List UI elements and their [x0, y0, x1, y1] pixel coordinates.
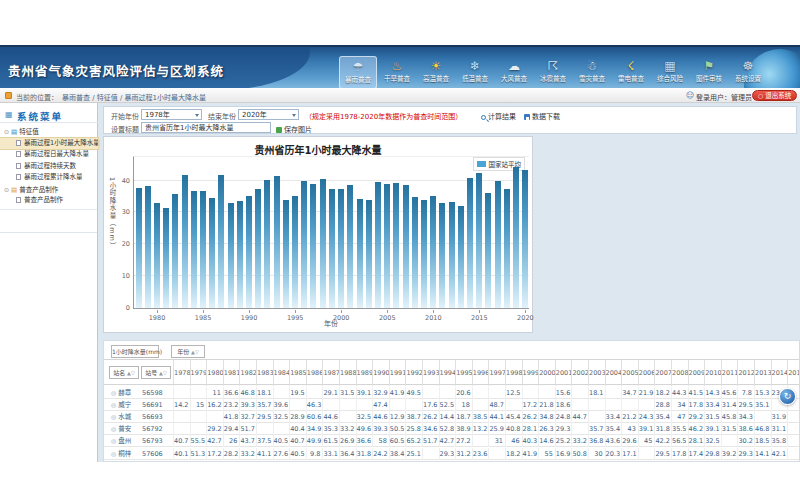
- value-cell-桐梓-2007: 29.5: [654, 448, 671, 460]
- row-expand-icon[interactable]: ◎: [111, 401, 116, 408]
- value-cell-赫章-1993: [422, 387, 439, 399]
- value-cell-威宁-1993: 17.6: [422, 399, 439, 411]
- bar-1983: [182, 175, 188, 308]
- bar-1987: [218, 175, 224, 308]
- refresh-float-button[interactable]: ↻: [779, 388, 796, 405]
- value-cell-赫章-2002: [571, 387, 588, 399]
- sidebar-item-暴雨过程1小时最大降水量[interactable]: 暴雨过程1小时最大降水量: [0, 138, 98, 150]
- value-cell-盘州-1992: 65.2: [405, 435, 422, 447]
- page-icon: [16, 197, 21, 203]
- range-note: （规定采用1978-2020年数据作为普查时间范围）: [305, 111, 462, 121]
- value-cell-盘州-1988: 26.9: [339, 435, 356, 447]
- 系统设置-icon: ☸: [729, 56, 767, 75]
- nav-item-低温普查[interactable]: ❄低温普查: [456, 56, 494, 88]
- year-field-box[interactable]: 年份 ▲▽: [171, 345, 205, 358]
- value-cell-威宁-1984: 39.6: [273, 399, 290, 411]
- value-cell-普安-2011: 31.5: [721, 423, 738, 435]
- year-column-header-1982: 1982: [239, 360, 256, 386]
- station-no-field-box[interactable]: 站号 ▲▽: [141, 366, 171, 379]
- end-year-select[interactable]: 2020年: [238, 109, 299, 120]
- station-name: 水城: [118, 413, 131, 421]
- sidebar-item-暴雨过程日最大降水量[interactable]: 暴雨过程日最大降水量: [0, 149, 98, 161]
- nav-item-图件审核[interactable]: ⚑图件审核: [690, 56, 728, 88]
- row-expand-icon[interactable]: ◎: [111, 425, 116, 432]
- save-image-button[interactable]: 保存图片: [276, 124, 312, 134]
- value-cell-赫章-1999: [522, 387, 539, 399]
- tree-toggle-icon[interactable]: ⊙: [4, 186, 9, 193]
- bar-1990: [246, 196, 252, 308]
- value-cell-赫章-1989: 39.1: [356, 387, 373, 399]
- page-icon: [16, 163, 21, 169]
- logout-button[interactable]: ○退出系统: [752, 90, 797, 101]
- nav-item-干旱普查[interactable]: ♨干旱普查: [378, 56, 416, 88]
- sort-desc-icon[interactable]: ▽: [131, 370, 135, 376]
- value-cell-水城-2002: 44.7: [571, 411, 588, 423]
- station-name-field-box[interactable]: 站名 ▲▽: [109, 366, 139, 379]
- value-cell-桐梓-1990: 24.2: [372, 448, 389, 460]
- nav-item-系统设置[interactable]: ☸系统设置: [729, 56, 767, 88]
- value-cell-普安-2007: 31.8: [654, 423, 671, 435]
- x-tickmark-2010: [433, 310, 434, 313]
- value-cell-威宁-1985: [289, 399, 306, 411]
- value-cell-桐梓-2004: 20.3: [605, 448, 622, 460]
- value-cell-水城-1985: 28.9: [289, 411, 306, 423]
- value-cell-水城-1988: [339, 411, 356, 423]
- value-cell-盘州-2002: 33.2: [571, 435, 588, 447]
- chart-panel: 贵州省历年1小时最大降水量 国家站平均 1小时降水量（mm） 010203040…: [103, 136, 533, 333]
- value-cell-桐梓-2010: 29.8: [704, 448, 721, 460]
- value-cell-赫章-2007: 18.2: [654, 387, 671, 399]
- nav-item-暴雨普查[interactable]: ☂暴雨普查: [339, 56, 377, 88]
- bar-1985: [200, 191, 206, 308]
- value-cell-水城-1991: 12.9: [389, 411, 406, 423]
- station-name-label: 站名: [113, 369, 125, 376]
- value-cell-普安-2004: 35.4: [605, 423, 622, 435]
- value-cell-水城-1986: 60.6: [306, 411, 323, 423]
- menu-icon: ▦: [5, 110, 13, 119]
- start-year-select[interactable]: 1978年: [141, 109, 202, 120]
- sidebar-divider-2: [0, 232, 97, 233]
- value-cell-赫章-1984: [273, 387, 290, 399]
- page-icon: [16, 174, 21, 180]
- value-cell-盘州-1990: 58: [372, 435, 389, 447]
- year-column-header-2001: 2001: [555, 360, 572, 386]
- row-expand-icon[interactable]: ◎: [111, 389, 116, 396]
- sidebar-item-普查产品制作[interactable]: 普查产品制作: [0, 195, 98, 207]
- nav-item-高温普查[interactable]: ☀高温普查: [417, 56, 455, 88]
- sort-desc-icon[interactable]: ▽: [195, 349, 199, 355]
- sidebar-item-label: 暴雨过程累计降水量: [24, 173, 83, 181]
- row-expand-icon[interactable]: ◎: [111, 450, 116, 457]
- bar-2000: [338, 189, 344, 308]
- row-expand-icon[interactable]: ◎: [111, 413, 116, 420]
- x-axis-label: 年份: [133, 318, 529, 328]
- sort-desc-icon[interactable]: ▽: [163, 370, 167, 376]
- nav-item-大风普查[interactable]: ☁大风普查: [495, 56, 533, 88]
- value-cell-盘州-1982: 43.7: [239, 435, 256, 447]
- nav-item-雷电普查[interactable]: ☇雷电普查: [612, 56, 650, 88]
- sidebar-item-暴雨过程累计降水量[interactable]: 暴雨过程累计降水量: [0, 172, 98, 184]
- sidebar-item-普查产品制作[interactable]: ⊙▤普查产品制作: [0, 184, 98, 196]
- value-cell-普安-1982: 51.7: [239, 423, 256, 435]
- value-cell-赫章-1987: 29.1: [322, 387, 339, 399]
- end-year-label: 结束年份: [208, 111, 236, 121]
- chart-title-input[interactable]: 贵州省历年1小时最大降水量: [141, 122, 271, 133]
- value-cell-赫章-1986: [306, 387, 323, 399]
- breadcrumb[interactable]: 暴雨普查 / 特征值 / 暴雨过程1小时最大降水量: [62, 92, 206, 102]
- sidebar-item-特征值[interactable]: ⊙▤特征值: [0, 126, 98, 138]
- calc-result-button[interactable]: 计算结果: [481, 111, 516, 121]
- nav-item-冰雹普查[interactable]: ☈冰雹普查: [534, 56, 572, 88]
- tree-toggle-icon[interactable]: ⊙: [4, 128, 9, 135]
- value-cell-普安-2014: 31.1: [771, 423, 788, 435]
- nav-item-雪灾普查[interactable]: ☃雪灾普查: [573, 56, 611, 88]
- value-cell-威宁-2013: 35.1: [754, 399, 771, 411]
- value-cell-普安-1983: [256, 423, 273, 435]
- sidebar-item-暴雨过程持续天数[interactable]: 暴雨过程持续天数: [0, 161, 98, 173]
- nav-item-label: 图件审核: [690, 75, 728, 84]
- row-expand-icon[interactable]: ◎: [111, 437, 116, 444]
- data-download-button[interactable]: 数据下载: [524, 111, 560, 121]
- measure-field-box[interactable]: 1小时降水量(mm): [111, 345, 159, 358]
- bar-1986: [209, 198, 215, 308]
- value-cell-赫章-1980: 11: [206, 387, 223, 399]
- nav-item-综合风险[interactable]: ▦综合风险: [651, 56, 689, 88]
- value-cell-桐梓-1978: 40.1: [173, 448, 190, 460]
- value-cell-桐梓-1989: 31.8: [356, 448, 373, 460]
